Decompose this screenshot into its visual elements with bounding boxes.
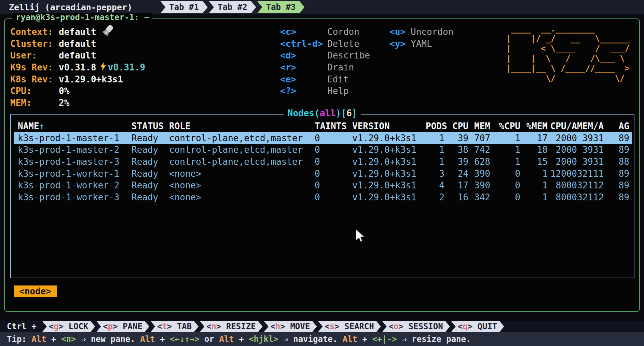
statusbar-segment-quit[interactable]: <q> QUIT — [451, 321, 504, 332]
table-cell: v1.29.0+k3s1 — [352, 191, 426, 203]
statusbar-segment-resize[interactable]: <n> RESIZE — [200, 321, 263, 332]
tip-text: navigate. — [293, 334, 343, 344]
segment-key: p — [108, 322, 113, 331]
table-cell: 0 — [315, 168, 352, 180]
statusbar-segment-pane[interactable]: <p> PANE — [96, 321, 149, 332]
menu-key: <u> — [389, 26, 411, 38]
table-cell: Ready — [132, 144, 169, 156]
tip-text: Tip: — [7, 334, 31, 344]
table-cell: Ready — [132, 132, 169, 144]
k9s-ascii-logo: ____ __.________ | |/ _/ __ \______ | < … — [506, 24, 630, 83]
table-cell: 0 — [315, 156, 352, 168]
table-cell: 1 — [426, 156, 444, 168]
table-row[interactable]: k3s-prod-1-worker-2Ready<none>0v1.29.0+k… — [14, 179, 632, 191]
table-row[interactable]: k3s-prod-1-worker-3Ready<none>0v1.29.0+k… — [14, 191, 632, 203]
table-cell: 17 — [444, 179, 468, 191]
table-cell: 39 — [444, 156, 468, 168]
menu-key: <e> — [280, 74, 327, 85]
table-cell: Ready — [132, 156, 169, 168]
column-header: ROLE — [169, 120, 315, 132]
table-header-row: NAME↑STATUSROLETAINTSVERSIONPODSCPUMEM%C… — [14, 120, 632, 132]
table-cell: 38 — [444, 144, 468, 156]
tip-text: <n> — [61, 334, 76, 344]
ctrl-prefix: Ctrl + — [7, 322, 37, 331]
nodes-table: Nodes(all)[6] NAME↑STATUSROLETAINTSVERSI… — [10, 114, 634, 278]
zellij-status-bar: Ctrl + <g> LOCK<p> PANE<t> TAB<n> RESIZE… — [0, 321, 644, 332]
table-row[interactable]: k3s-prod-1-master-2Readycontrol-plane,et… — [14, 144, 632, 156]
table-cell: 89 — [604, 191, 629, 203]
menu-item: <r>Drain — [280, 62, 370, 74]
nodes-table-title: Nodes(all)[6] — [284, 108, 361, 118]
table-cell: control-plane,etcd,master — [169, 156, 315, 168]
tip-text: ⇒ — [278, 334, 293, 344]
statusbar-segment-lock[interactable]: <g> LOCK — [42, 321, 95, 332]
resource-crumb: <node> — [14, 285, 57, 297]
info-label: MEM: — [10, 97, 59, 109]
table-cell: k3s-prod-1-master-2 — [18, 144, 132, 156]
tip-text: ⇒ — [397, 334, 412, 344]
table-cell: 17 — [520, 132, 548, 144]
table-cell: 1 — [520, 191, 548, 203]
segment-bracket: < — [325, 322, 329, 331]
zellij-screen: Zellij (arcadian-pepper) Tab #1Tab #2Tab… — [0, 0, 644, 346]
table-cell: 89 — [604, 168, 629, 180]
info-row: MEM:2% — [10, 97, 145, 109]
menu-key: <d> — [280, 50, 327, 62]
table-cell: 0 — [315, 144, 352, 156]
table-cell: <none> — [169, 168, 315, 180]
info-value: 2% — [59, 97, 69, 109]
info-label: CPU: — [10, 85, 59, 97]
context-rocket-icon — [101, 24, 115, 40]
tip-text: or — [200, 334, 219, 344]
table-cell: Ready — [132, 179, 169, 191]
table-cell: 0 — [490, 179, 520, 191]
table-cell: v1.29.0+k3s1 — [352, 132, 426, 144]
table-cell: 12000 — [548, 168, 577, 180]
column-header: CPU/A — [548, 120, 577, 132]
segment-key: s — [330, 322, 334, 331]
tab-list: Tab #1Tab #2Tab #3 — [160, 1, 305, 13]
zellij-tip-bar: Tip: Alt + <n> ⇒ new pane. Alt + <←↓↑→> … — [0, 332, 644, 346]
column-header: TAINTS — [315, 120, 352, 132]
statusbar-segment-search[interactable]: <s> SEARCH — [318, 321, 381, 332]
menu-label: Describe — [327, 50, 370, 61]
tab-1[interactable]: Tab #1 — [160, 1, 208, 13]
nodes-table-grid: NAME↑STATUSROLETAINTSVERSIONPODSCPUMEM%C… — [11, 115, 634, 203]
status-segments: <g> LOCK<p> PANE<t> TAB<n> RESIZE<h> MOV… — [42, 321, 505, 332]
table-cell: 0 — [315, 179, 352, 191]
tab-2[interactable]: Tab #2 — [209, 1, 256, 13]
table-cell: 342 — [468, 191, 490, 203]
statusbar-segment-move[interactable]: <h> MOVE — [264, 321, 317, 332]
menu-label: Delete — [327, 39, 359, 49]
table-cell: 742 — [468, 144, 490, 156]
segment-label: LOCK — [69, 322, 88, 331]
table-cell: 8000 — [548, 179, 577, 191]
info-value: v0.31.8 — [59, 62, 96, 74]
tab-3[interactable]: Tab #3 — [257, 1, 305, 13]
statusbar-segment-session[interactable]: <o> SESSION — [382, 321, 450, 332]
terminal-area: ryan@k3s-prod-1-master-1: ~ Context:defa… — [0, 14, 644, 321]
title-prefix: Nodes( — [288, 108, 320, 118]
title-count: 6 — [346, 108, 352, 118]
table-cell: 0 — [490, 191, 520, 203]
menu-key: <?> — [280, 85, 327, 97]
segment-bracket: < — [157, 322, 162, 331]
column-header: %CPU — [490, 120, 520, 132]
table-cell: k3s-prod-1-worker-2 — [18, 179, 132, 191]
segment-label: MOVE — [290, 322, 310, 331]
menu-label: Drain — [327, 62, 354, 72]
table-cell: k3s-prod-1-master-1 — [18, 132, 132, 144]
info-value: default — [59, 50, 96, 62]
mouse-cursor — [355, 229, 367, 244]
table-row[interactable]: k3s-prod-1-worker-1Ready<none>0v1.29.0+k… — [14, 168, 632, 180]
table-row[interactable]: k3s-prod-1-master-1Readycontrol-plane,et… — [14, 132, 632, 144]
table-cell: 390 — [468, 168, 490, 180]
tip-text: + — [357, 334, 372, 344]
table-row[interactable]: k3s-prod-1-master-3Readycontrol-plane,et… — [14, 156, 632, 168]
segment-bracket: > — [216, 322, 226, 331]
segment-label: QUIT — [478, 322, 497, 331]
info-row: User:default — [10, 50, 145, 62]
segment-bracket: > — [59, 322, 69, 331]
statusbar-segment-tab[interactable]: <t> TAB — [150, 321, 198, 332]
tip-text: Alt — [140, 334, 155, 344]
